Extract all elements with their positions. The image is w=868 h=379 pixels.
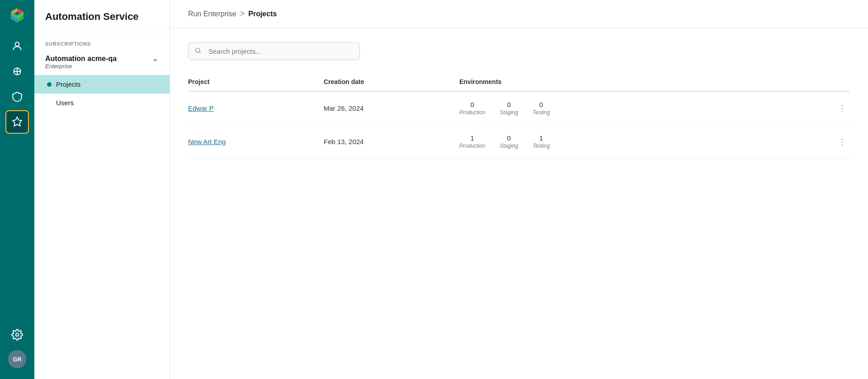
env-count-testing-0: 0 <box>539 101 543 108</box>
table-row: Edwar P Mar 26, 2024 0 Production 0 Stag… <box>188 92 850 125</box>
sidebar-item-projects[interactable]: Projects <box>34 75 170 94</box>
env-label-staging-1: Staging <box>500 143 518 149</box>
project-name-cell: New Art Eng <box>188 138 324 146</box>
nav-icon-automation[interactable] <box>5 110 29 134</box>
nav-item-users-label: Users <box>56 99 74 107</box>
header-environments: Environments <box>459 78 823 85</box>
env-count-testing-1: 1 <box>539 134 543 142</box>
subscription-info: Automation acme-qa Enterprise <box>45 55 117 70</box>
breadcrumb-separator: > <box>240 9 245 19</box>
main-content: Run Enterprise > Projects Project Creati… <box>170 0 868 379</box>
header-actions <box>823 78 850 85</box>
row-menu-button-1[interactable]: ⋮ <box>823 137 850 147</box>
nav-items: Projects Users <box>34 73 170 114</box>
app-title: Automation Service <box>34 0 170 32</box>
sidebar-item-users[interactable]: Users <box>34 94 170 112</box>
nav-icon-people[interactable] <box>5 34 29 58</box>
search-input[interactable] <box>188 42 360 60</box>
env-staging-1: 0 Staging <box>500 134 518 149</box>
project-name-cell: Edwar P <box>188 104 324 112</box>
svg-point-0 <box>15 42 19 46</box>
subscription-item[interactable]: Automation acme-qa Enterprise ⌃ <box>34 51 170 73</box>
svg-point-2 <box>16 333 19 337</box>
projects-table: Project Creation date Environments Edwar… <box>188 75 850 159</box>
table-header: Project Creation date Environments <box>188 75 850 92</box>
breadcrumb-parent[interactable]: Run Enterprise <box>188 10 236 18</box>
nav-icon-shield[interactable] <box>5 85 29 108</box>
sidebar-bottom: GR <box>5 323 29 374</box>
chevron-up-icon: ⌃ <box>152 57 159 67</box>
subscription-name: Automation acme-qa <box>45 55 117 63</box>
nav-item-projects-label: Projects <box>56 80 80 88</box>
env-label-production-0: Production <box>459 109 485 116</box>
env-count-production-1: 1 <box>471 134 474 142</box>
header-project: Project <box>188 78 324 85</box>
breadcrumb: Run Enterprise > Projects <box>170 0 868 28</box>
header-creation-date: Creation date <box>324 78 459 85</box>
creation-date-cell-1: Feb 13, 2024 <box>324 138 459 145</box>
search-icon <box>194 47 202 56</box>
env-label-staging-0: Staging <box>500 109 518 116</box>
env-count-staging-0: 0 <box>507 101 511 108</box>
search-bar <box>188 42 360 60</box>
env-label-production-1: Production <box>459 143 485 149</box>
env-testing-0: 0 Testing <box>533 101 550 116</box>
environments-cell-1: 1 Production 0 Staging 1 Testing <box>459 134 823 149</box>
env-count-staging-1: 0 <box>507 134 511 142</box>
env-label-testing-0: Testing <box>533 109 550 116</box>
env-testing-1: 1 Testing <box>533 134 550 149</box>
user-avatar[interactable]: GR <box>8 350 26 368</box>
env-staging-0: 0 Staging <box>500 101 518 116</box>
app-logo[interactable] <box>7 5 27 25</box>
env-count-production-0: 0 <box>471 101 474 108</box>
nav-icon-box[interactable] <box>5 60 29 83</box>
row-menu-button-0[interactable]: ⋮ <box>823 103 850 113</box>
project-link-edwar[interactable]: Edwar P <box>188 104 214 112</box>
env-production-1: 1 Production <box>459 134 485 149</box>
environments-cell-0: 0 Production 0 Staging 0 Testing <box>459 101 823 116</box>
svg-point-3 <box>196 48 200 52</box>
icon-sidebar: GR <box>0 0 34 379</box>
nav-icon-settings[interactable] <box>5 323 29 346</box>
table-row: New Art Eng Feb 13, 2024 1 Production 0 … <box>188 125 850 159</box>
env-label-testing-1: Testing <box>533 143 550 149</box>
nav-sidebar: Automation Service SUBSCRIPTIONS Automat… <box>34 0 170 379</box>
env-production-0: 0 Production <box>459 101 485 116</box>
subscriptions-label: SUBSCRIPTIONS <box>34 32 170 51</box>
project-link-newarteng[interactable]: New Art Eng <box>188 138 226 145</box>
subscription-tier: Enterprise <box>45 63 117 70</box>
creation-date-cell-0: Mar 26, 2024 <box>324 104 459 112</box>
breadcrumb-current: Projects <box>248 10 277 18</box>
content-area: Project Creation date Environments Edwar… <box>170 28 868 379</box>
